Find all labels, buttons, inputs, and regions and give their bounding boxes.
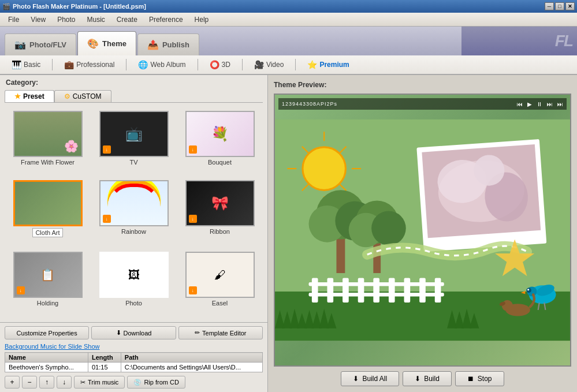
build-button[interactable]: ⬇ Build — [403, 371, 452, 386]
theme-item-rainbow[interactable]: ↓ Rainbow — [92, 178, 176, 247]
svg-rect-31 — [404, 278, 411, 303]
download-arrow-holding: ↓ — [17, 286, 25, 294]
star-icon: ★ — [14, 92, 21, 100]
subtab-basic[interactable]: 🎹 Basic — [5, 58, 47, 72]
theme-thumb-easel: ↓ — [185, 252, 255, 298]
subtab-video[interactable]: 🎥 Video — [247, 58, 291, 72]
menu-preference[interactable]: Preference — [143, 14, 189, 25]
subtab-web-album[interactable]: 🌐 Web Album — [131, 58, 192, 72]
music-section: Background Music for Slide Show Name Len… — [5, 343, 263, 389]
right-panel: Theme Preview: 1239443308API2Ps ⏮ ▶ ⏸ ⏭ … — [268, 75, 577, 392]
preset-tab[interactable]: ★ Preset — [5, 90, 54, 102]
separator-5 — [295, 59, 296, 70]
build-buttons: ⬇ Build All ⬇ Build ⏹ Stop — [274, 371, 571, 386]
theme-thumb-photo — [99, 252, 169, 298]
title-bar-controls: ─ □ ✕ — [545, 2, 575, 10]
category-header: Category: — [0, 75, 267, 88]
web-album-icon: 🌐 — [138, 60, 148, 69]
music-length: 01:15 — [88, 363, 121, 372]
svg-rect-28 — [358, 278, 364, 303]
main-content: Category: ★ Preset ⚙ CuSTOM Frame With F… — [0, 75, 577, 392]
subtab-premium[interactable]: ⭐ Premium — [300, 58, 356, 72]
customize-label: Customize Properties — [17, 330, 77, 337]
basic-icon: 🎹 — [12, 60, 21, 69]
theme-item-cloth-art[interactable]: Cloth Art — [6, 178, 90, 247]
theme-label-easel: Easel — [212, 300, 228, 307]
theme-item-photo[interactable]: Photo — [92, 249, 176, 316]
svg-point-58 — [502, 300, 513, 311]
build-all-button[interactable]: ⬇ Build All — [341, 371, 399, 386]
theme-item-frame-with-flower[interactable]: Frame With Flower — [6, 109, 90, 176]
stop-icon: ⏹ — [467, 375, 474, 383]
menu-help[interactable]: Help — [189, 14, 215, 25]
subtab-professional[interactable]: 💼 Professional — [57, 58, 121, 72]
move-down-button[interactable]: ↓ — [57, 376, 72, 389]
preview-label: Theme Preview: — [274, 81, 571, 89]
download-arrow-bouquet: ↓ — [189, 145, 197, 154]
download-arrow-tv: ↓ — [103, 145, 111, 154]
subtab-video-label: Video — [266, 61, 284, 69]
theme-item-holding[interactable]: ↓ Holding — [6, 249, 90, 316]
download-arrow-easel: ↓ — [189, 286, 197, 294]
menu-view[interactable]: View — [25, 14, 51, 25]
svg-point-17 — [371, 211, 406, 245]
theme-item-bouquet[interactable]: ↓ Bouquet — [178, 109, 262, 176]
custom-icon: ⚙ — [64, 92, 70, 100]
col-path: Path — [121, 353, 262, 363]
tab-theme[interactable]: 🎨 Theme — [77, 31, 136, 55]
theme-thumb-frame-with-flower — [13, 111, 83, 157]
theme-label-photo: Photo — [125, 300, 142, 307]
music-table: Name Length Path Beethoven's Sympho... 0… — [5, 352, 263, 372]
menu-file[interactable]: File — [2, 14, 25, 25]
col-length: Length — [88, 353, 121, 363]
customize-properties-button[interactable]: Customize Properties — [5, 326, 89, 339]
svg-rect-27 — [343, 278, 349, 303]
tab-photo-flv[interactable]: 📷 Photo/FLV — [5, 33, 76, 55]
theme-label-rainbow: Rainbow — [121, 228, 146, 235]
trim-icon: ✂ — [80, 379, 85, 386]
template-label: Template Editor — [202, 330, 246, 337]
app-icon: 🎬 — [2, 3, 10, 10]
maximize-button[interactable]: □ — [555, 2, 564, 10]
tab-bar: 📷 Photo/FLV 🎨 Theme 📤 Publish FL — [0, 27, 577, 55]
subtab-basic-label: Basic — [24, 61, 40, 69]
preset-tab-label: Preset — [23, 92, 44, 100]
download-button[interactable]: ⬇ Download — [91, 326, 176, 339]
tab-publish[interactable]: 📤 Publish — [137, 33, 199, 55]
theme-item-ribbon[interactable]: ↓ Ribbon — [178, 178, 262, 247]
rip-cd-button[interactable]: 💿 Rip from CD — [127, 376, 185, 389]
theme-grid: Frame With Flower ↓ TV ↓ Bouquet — [0, 105, 267, 320]
preview-svg — [275, 95, 570, 365]
stop-button[interactable]: ⏹ Stop — [455, 371, 504, 386]
premium-icon: ⭐ — [307, 60, 317, 69]
theme-item-easel[interactable]: ↓ Easel — [178, 249, 262, 316]
sub-toolbar: 🎹 Basic 💼 Professional 🌐 Web Album ⭕ 3D … — [0, 55, 577, 75]
add-music-button[interactable]: + — [5, 376, 20, 389]
minimize-button[interactable]: ─ — [545, 2, 554, 10]
title-bar: 🎬 Photo Flash Maker Platinum - [Untitled… — [0, 0, 577, 13]
template-editor-button[interactable]: ✏ Template Editor — [178, 326, 263, 339]
theme-icon: 🎨 — [87, 38, 99, 49]
menu-music[interactable]: Music — [81, 14, 111, 25]
close-button[interactable]: ✕ — [565, 2, 575, 10]
theme-item-tv[interactable]: ↓ TV — [92, 109, 176, 176]
theme-label-cloth-art: Cloth Art — [32, 228, 62, 237]
photo-flv-icon: 📷 — [14, 39, 26, 50]
menu-create[interactable]: Create — [111, 14, 143, 25]
music-path: C:\Documents and Settings\All Users\D... — [121, 363, 262, 372]
menu-photo[interactable]: Photo — [51, 14, 81, 25]
tab-photo-flv-label: Photo/FLV — [29, 40, 66, 49]
tab-theme-label: Theme — [102, 39, 126, 48]
subtab-premium-label: Premium — [319, 61, 349, 69]
subtab-professional-label: Professional — [76, 61, 114, 69]
remove-music-button[interactable]: − — [22, 376, 37, 389]
move-up-button[interactable]: ↑ — [39, 376, 54, 389]
svg-point-52 — [527, 289, 529, 290]
preview-inner: 1239443308API2Ps ⏮ ▶ ⏸ ⏭ ⏭ — [275, 95, 570, 365]
trim-music-button[interactable]: ✂ Trim music — [74, 376, 125, 389]
subtab-3d[interactable]: ⭕ 3D — [203, 58, 237, 72]
custom-tab[interactable]: ⚙ CuSTOM — [54, 90, 111, 102]
music-row[interactable]: Beethoven's Sympho... 01:15 C:\Documents… — [5, 363, 263, 372]
theme-thumb-holding: ↓ — [13, 252, 83, 298]
preview-area: 1239443308API2Ps ⏮ ▶ ⏸ ⏭ ⏭ — [274, 94, 571, 367]
